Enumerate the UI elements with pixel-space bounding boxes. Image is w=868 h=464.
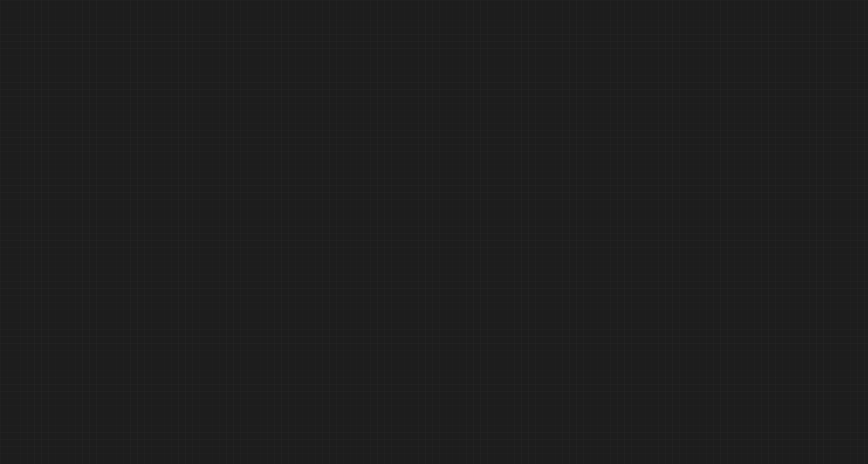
node-graph-canvas[interactable]: [0, 0, 868, 464]
nodes-layer: [0, 0, 868, 464]
workflow-viewport: [0, 0, 868, 464]
